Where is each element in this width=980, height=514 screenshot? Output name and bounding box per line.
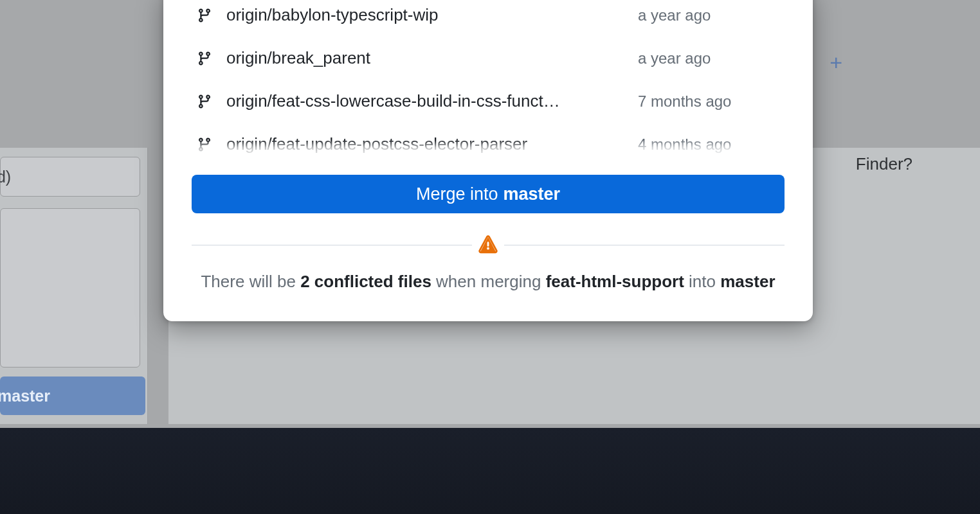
background-finder-text: Finder? [856,154,912,174]
conflict-mid: when merging [436,272,541,291]
git-branch-icon [197,93,212,111]
background-input-text: ed) [0,168,11,186]
branch-list[interactable]: origin/babylon-typescript-wip a year ago… [163,0,813,159]
git-branch-icon [197,136,212,154]
warning-icon [478,235,498,254]
merge-button-target: master [504,184,561,204]
conflict-post: into [689,272,716,291]
divider-line [504,245,785,245]
merge-button-prefix: Merge into [416,184,498,204]
branch-row[interactable]: origin/babylon-typescript-wip a year ago [163,0,813,37]
background-input-field[interactable]: ed) [0,157,140,197]
conflict-count: 2 conflicted files [300,272,431,291]
plus-icon[interactable]: + [830,50,842,75]
branch-row[interactable]: origin/break_parent a year ago [163,37,813,80]
branch-time: a year ago [638,6,711,24]
branch-time: 4 months ago [638,136,731,154]
branch-time: 7 months ago [638,93,731,111]
background-panel-body [0,208,140,368]
merge-branch-modal: origin/babylon-typescript-wip a year ago… [163,0,813,321]
merge-section: Merge into master There will be 2 confli… [163,159,813,294]
background-master-button[interactable]: master [0,377,145,415]
conflict-target-branch: master [720,272,775,291]
warning-divider [192,235,785,254]
branch-name: origin/babylon-typescript-wip [226,5,625,25]
branch-name: origin/feat-update-postcss-elector-parse… [226,134,625,154]
conflict-warning-text: There will be 2 conflicted files when me… [192,269,785,294]
conflict-source-branch: feat-html-support [546,272,684,291]
branch-row[interactable]: origin/feat-css-lowercase-build-in-css-f… [163,80,813,123]
background-master-label: master [0,387,50,405]
divider-line [192,245,472,245]
branch-name: origin/feat-css-lowercase-build-in-css-f… [226,91,625,111]
branch-name: origin/break_parent [226,48,625,68]
branch-time: a year ago [638,49,711,67]
conflict-pre: There will be [201,272,295,291]
background-dark-footer [0,428,980,514]
branch-row[interactable]: origin/feat-update-postcss-elector-parse… [163,123,813,159]
git-branch-icon [197,6,212,24]
git-branch-icon [197,49,212,67]
merge-into-branch-button[interactable]: Merge into master [192,175,785,213]
